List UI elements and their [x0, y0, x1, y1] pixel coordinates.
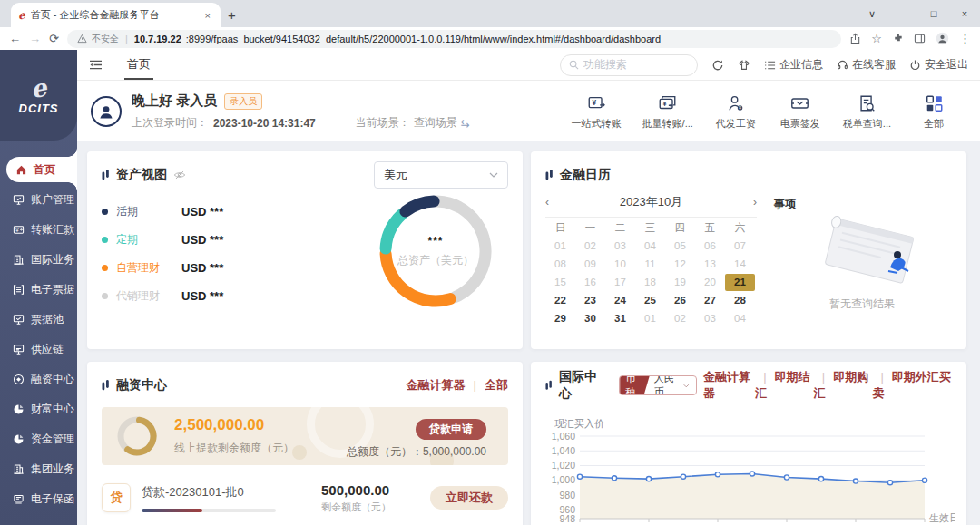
- calendar-day[interactable]: 03: [695, 310, 725, 327]
- scene-switch-icon[interactable]: ⇆: [461, 117, 470, 130]
- page-tab-home[interactable]: 首页: [124, 50, 153, 80]
- calendar-day[interactable]: 20: [695, 274, 725, 291]
- maximize-button[interactable]: □: [918, 0, 949, 27]
- calendar-day[interactable]: 08: [545, 256, 575, 273]
- intl-calculator-link[interactable]: 金融计算器: [703, 369, 755, 402]
- calendar-day[interactable]: 30: [575, 310, 605, 327]
- finance-calculator-link[interactable]: 金融计算器: [407, 377, 466, 394]
- spot-settlement-link[interactable]: 即期结汇: [755, 369, 814, 402]
- side-panel-icon[interactable]: [914, 33, 926, 44]
- quick-action-all[interactable]: 全部: [912, 93, 956, 131]
- quick-action-payroll[interactable]: ¥ 代发工资: [714, 93, 758, 131]
- close-button[interactable]: ×: [949, 0, 980, 27]
- tab-search-icon[interactable]: ∨: [857, 0, 887, 27]
- calendar-day[interactable]: 05: [665, 238, 695, 255]
- calendar-day[interactable]: 31: [605, 310, 635, 327]
- calendar-day[interactable]: 25: [635, 292, 665, 309]
- sidebar-item-funds[interactable]: 资金管理: [0, 424, 77, 454]
- theme-skin-icon[interactable]: [738, 59, 750, 72]
- calendar-day[interactable]: 28: [725, 292, 755, 309]
- sidebar-item-financing[interactable]: 融资中心: [0, 365, 77, 394]
- browser-tab[interactable]: e 首页 - 企业综合金融服务平台 ×: [11, 3, 220, 27]
- sidebar-collapse-icon[interactable]: [89, 59, 103, 71]
- sidebar-item-group-business[interactable]: 集团业务: [0, 454, 77, 484]
- calendar-day[interactable]: 01: [545, 238, 575, 255]
- profile-avatar[interactable]: [936, 32, 949, 45]
- calendar-day[interactable]: 18: [635, 274, 665, 291]
- funds-pie-icon: [13, 433, 24, 445]
- calendar-day[interactable]: 09: [575, 256, 605, 273]
- sidebar-item-supply-chain[interactable]: 供应链: [0, 335, 77, 365]
- currency-type-dropdown[interactable]: 币种 人民币: [619, 375, 697, 395]
- sidebar-item-ebill[interactable]: 电子票据: [0, 275, 77, 305]
- search-input[interactable]: 功能搜索: [560, 54, 698, 76]
- calendar-day[interactable]: 27: [695, 292, 725, 309]
- finance-all-link[interactable]: 全部: [466, 377, 508, 394]
- calendar-day[interactable]: 23: [575, 292, 605, 309]
- share-icon[interactable]: [849, 33, 861, 44]
- extensions-icon[interactable]: [892, 33, 904, 44]
- sidebar-item-accounts[interactable]: 账户管理: [0, 185, 77, 215]
- calendar-day[interactable]: 07: [725, 238, 755, 255]
- loan-apply-button[interactable]: 贷款申请: [416, 419, 486, 440]
- quick-action-tax-query[interactable]: 税单查询...: [843, 93, 891, 131]
- eye-off-icon[interactable]: [173, 169, 186, 181]
- calendar-day[interactable]: 06: [695, 238, 725, 255]
- calendar-day-selected[interactable]: 21: [725, 274, 755, 291]
- calendar-day[interactable]: 22: [545, 292, 575, 309]
- role-badge: 录入员: [224, 93, 262, 110]
- calendar-day[interactable]: 02: [575, 238, 605, 255]
- calendar-day[interactable]: 04: [725, 310, 755, 327]
- intl-card-title: 国际中心: [559, 369, 603, 402]
- url-path: :8999/fpaas_bucket/94154032_default/h5/2…: [186, 34, 661, 44]
- new-tab-button[interactable]: +: [228, 8, 236, 27]
- enterprise-info-link[interactable]: 企业信息: [764, 57, 823, 73]
- address-bar[interactable]: 不安全 | 10.7.19.22 :8999/fpaas_bucket/9415…: [67, 30, 841, 48]
- calendar-day[interactable]: 01: [635, 310, 665, 327]
- calendar-day[interactable]: 26: [665, 292, 695, 309]
- tab-close-icon[interactable]: ×: [202, 10, 213, 21]
- sidebar-item-home[interactable]: 首页: [6, 157, 77, 182]
- logout-link[interactable]: 安全退出: [909, 57, 968, 73]
- minimize-button[interactable]: –: [887, 0, 918, 27]
- card-title-mark: [545, 169, 554, 181]
- calendar-next-icon[interactable]: ›: [739, 196, 757, 209]
- calendar-day[interactable]: 17: [605, 274, 635, 291]
- spot-fx-trade-link[interactable]: 即期外汇买卖: [872, 369, 952, 402]
- currency-dropdown[interactable]: 美元: [374, 161, 508, 189]
- calendar-day[interactable]: 15: [545, 274, 575, 291]
- quick-action-ebill-issue[interactable]: 电票签发: [779, 93, 822, 131]
- calendar-day[interactable]: 02: [665, 310, 695, 327]
- quick-action-batch-transfer[interactable]: ¥ 批量转账/...: [642, 93, 693, 131]
- logo-glyph: e: [29, 74, 49, 102]
- vertical-divider: [760, 193, 760, 336]
- calendar-day[interactable]: 12: [665, 256, 695, 273]
- calendar-day[interactable]: 19: [665, 274, 695, 291]
- forward-button[interactable]: →: [29, 32, 41, 45]
- sidebar-item-eguarantee[interactable]: 电子保函: [0, 484, 77, 514]
- calendar-day[interactable]: 16: [575, 274, 605, 291]
- sidebar-item-transfer[interactable]: ¥ 转账汇款: [0, 215, 77, 245]
- reload-button[interactable]: ⟳: [49, 32, 59, 45]
- calendar-day[interactable]: 24: [605, 292, 635, 309]
- calendar-day[interactable]: 11: [635, 256, 665, 273]
- spot-purchase-link[interactable]: 即期购汇: [814, 369, 873, 402]
- calendar-day[interactable]: 29: [545, 310, 575, 327]
- calendar-day[interactable]: 14: [725, 256, 755, 273]
- calendar-day[interactable]: 04: [635, 238, 665, 255]
- calendar-prev-icon[interactable]: ‹: [545, 196, 564, 209]
- calendar-day[interactable]: 03: [605, 238, 635, 255]
- sidebar-item-bill-pool[interactable]: 票据池: [0, 305, 77, 335]
- sidebar-item-international[interactable]: 国际业务: [0, 245, 77, 275]
- refresh-icon[interactable]: [711, 59, 724, 72]
- online-service-link[interactable]: 在线客服: [837, 57, 896, 73]
- sidebar-item-wealth[interactable]: 财富中心: [0, 394, 77, 424]
- bookmark-star-icon[interactable]: ☆: [871, 32, 882, 45]
- back-button[interactable]: ←: [9, 32, 21, 45]
- calendar-day[interactable]: 10: [605, 256, 635, 273]
- repay-now-button[interactable]: 立即还款: [430, 486, 508, 510]
- browser-menu-icon[interactable]: ⋮: [959, 32, 971, 45]
- quick-action-one-stop-transfer[interactable]: ¥ 一站式转账: [572, 93, 622, 131]
- calendar-day[interactable]: 13: [695, 256, 725, 273]
- all-apps-grid-icon: [924, 93, 945, 113]
